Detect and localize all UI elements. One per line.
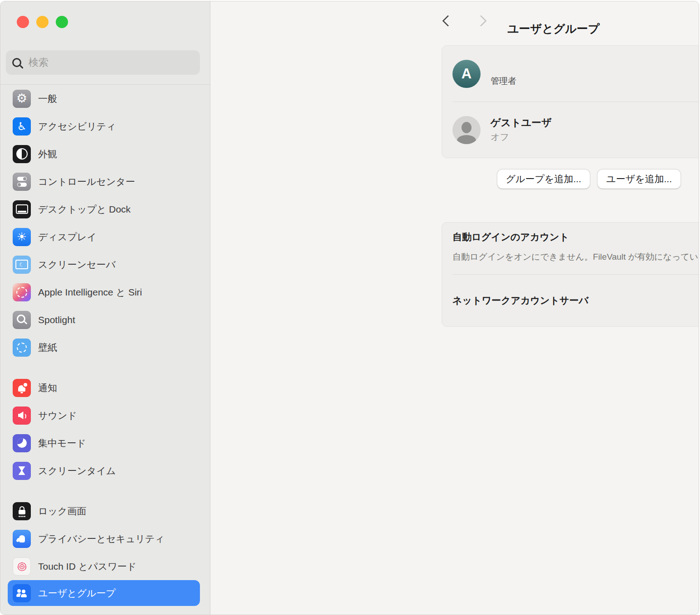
system-settings-window: ⚙一般♿アクセシビリティ外観コントロールセンターデスクトップと Dock☀ディス… [0, 1, 699, 615]
auto-login-label: 自動ログインのアカウント [452, 231, 699, 243]
screensaver-icon: ☾ [13, 256, 31, 274]
actions-row: グループを追加... ユーザを追加... [497, 169, 681, 189]
display-icon: ☀ [13, 228, 31, 246]
control-center-icon [13, 173, 31, 191]
network-server-label: ネットワークアカウントサーバ [452, 294, 588, 307]
accessibility-icon: ♿ [13, 117, 31, 136]
sidebar-item-wallpaper[interactable]: 壁紙 [0, 334, 210, 361]
sidebar-item-label: 通知 [38, 382, 57, 394]
sidebar-group: 通知サウンド集中モードスクリーンタイム [0, 374, 210, 484]
user-role: 管理者 [491, 75, 699, 87]
sidebar-item-label: デスクトップと Dock [38, 203, 131, 216]
forward-button[interactable] [475, 15, 486, 26]
sidebar-item-label: スクリーンタイム [38, 465, 116, 477]
sidebar-item-users[interactable]: ユーザとグループ [8, 580, 200, 606]
focus-icon [13, 434, 31, 452]
sidebar-item-notifications[interactable]: 通知 [0, 374, 210, 402]
sidebar-item-label: コントロールセンター [38, 175, 135, 188]
gear-icon: ⚙ [13, 90, 31, 108]
lock-screen-icon [13, 502, 31, 520]
user-name: ゲストユーザ [491, 116, 699, 129]
notifications-icon [13, 379, 31, 397]
sidebar-item-appearance[interactable]: 外観 [0, 140, 210, 168]
privacy-icon [13, 530, 31, 548]
sidebar-item-label: Touch ID とパスワード [38, 560, 136, 573]
sidebar-item-label: Spotlight [38, 315, 75, 325]
sidebar-item-label: ユーザとグループ [38, 587, 116, 600]
sidebar: ⚙一般♿アクセシビリティ外観コントロールセンターデスクトップと Dock☀ディス… [0, 1, 210, 615]
wallpaper-icon [13, 339, 31, 357]
sidebar-item-screen-time[interactable]: スクリーンタイム [0, 457, 210, 484]
sidebar-item-label: サウンド [38, 409, 77, 422]
sidebar-item-label: プライバシーとセキュリティ [38, 533, 165, 545]
appearance-icon [13, 145, 31, 163]
traffic-lights [17, 16, 68, 28]
sidebar-item-label: ロック画面 [38, 505, 86, 518]
auto-login-row: 自動ログインのアカウント 自動ログインをオンにできません。FileVault が… [442, 223, 699, 274]
user-role: オフ [491, 131, 699, 143]
touch-id-icon [13, 557, 31, 576]
sidebar-item-touch-id[interactable]: Touch ID とパスワード [0, 552, 210, 580]
spotlight-icon [13, 311, 31, 329]
sidebar-item-label: アクセシビリティ [38, 120, 116, 133]
sidebar-item-label: ディスプレイ [38, 231, 97, 243]
sidebar-item-apple-intelligence[interactable]: Apple Intelligence と Siri [0, 278, 210, 306]
traffic-light-zoom[interactable] [56, 16, 68, 28]
content-pane: ユーザとグループ A管理者iゲストユーザオフi グループを追加... ユーザを追… [210, 1, 699, 615]
sidebar-item-desktop-dock[interactable]: デスクトップと Dock [0, 195, 210, 223]
admin-avatar: A [452, 60, 481, 88]
sidebar-group: ロック画面プライバシーとセキュリティTouch ID とパスワードユーザとグルー… [0, 497, 210, 606]
sidebar-item-control-center[interactable]: コントロールセンター [0, 168, 210, 195]
sidebar-item-accessibility[interactable]: ♿アクセシビリティ [0, 112, 210, 140]
traffic-light-minimize[interactable] [36, 16, 49, 28]
users-icon [13, 584, 31, 602]
apple-intelligence-icon [13, 283, 31, 301]
network-server-row: ネットワークアカウントサーバ 編集... [442, 275, 699, 326]
page-title: ユーザとグループ [507, 21, 600, 36]
user-row-管理者[interactable]: A管理者i [442, 46, 699, 102]
back-button[interactable] [442, 15, 453, 26]
add-user-button[interactable]: ユーザを追加... [598, 169, 681, 189]
sidebar-item-label: Apple Intelligence と Siri [38, 286, 142, 299]
sidebar-item-privacy[interactable]: プライバシーとセキュリティ [0, 525, 210, 552]
add-group-button[interactable]: グループを追加... [497, 169, 590, 189]
sidebar-group: ⚙一般♿アクセシビリティ外観コントロールセンターデスクトップと Dock☀ディス… [0, 85, 210, 361]
user-row-ゲストユーザ[interactable]: ゲストユーザオフi [442, 102, 699, 158]
sidebar-item-sound[interactable]: サウンド [0, 402, 210, 429]
desktop-dock-icon [13, 200, 31, 218]
sidebar-item-display[interactable]: ☀ディスプレイ [0, 223, 210, 251]
sidebar-item-label: 外観 [38, 148, 57, 160]
search-field[interactable] [6, 50, 200, 75]
sidebar-item-label: 一般 [38, 92, 57, 105]
auto-login-description: 自動ログインをオンにできません。FileVault が有効になっています。 [452, 251, 699, 263]
search-input[interactable] [28, 56, 194, 69]
sidebar-item-lock-screen[interactable]: ロック画面 [0, 497, 210, 525]
sidebar-item-gear[interactable]: ⚙一般 [0, 85, 210, 112]
traffic-light-close[interactable] [17, 16, 29, 28]
sidebar-item-focus[interactable]: 集中モード [0, 429, 210, 457]
sidebar-item-screensaver[interactable]: ☾スクリーンセーバ [0, 251, 210, 278]
users-list-card: A管理者iゲストユーザオフi [442, 45, 699, 158]
sidebar-item-label: 集中モード [38, 437, 86, 450]
screen-time-icon [13, 462, 31, 480]
user-name [491, 61, 699, 73]
sidebar-nav: ⚙一般♿アクセシビリティ外観コントロールセンターデスクトップと Dock☀ディス… [0, 85, 210, 606]
login-options-card: 自動ログインのアカウント 自動ログインをオンにできません。FileVault が… [442, 222, 699, 327]
sound-icon [13, 407, 31, 425]
guest-avatar [452, 116, 481, 144]
sidebar-item-label: スクリーンセーバ [38, 258, 116, 271]
sidebar-item-spotlight[interactable]: Spotlight [0, 306, 210, 334]
search-icon [12, 58, 21, 67]
sidebar-item-label: 壁紙 [38, 341, 57, 354]
